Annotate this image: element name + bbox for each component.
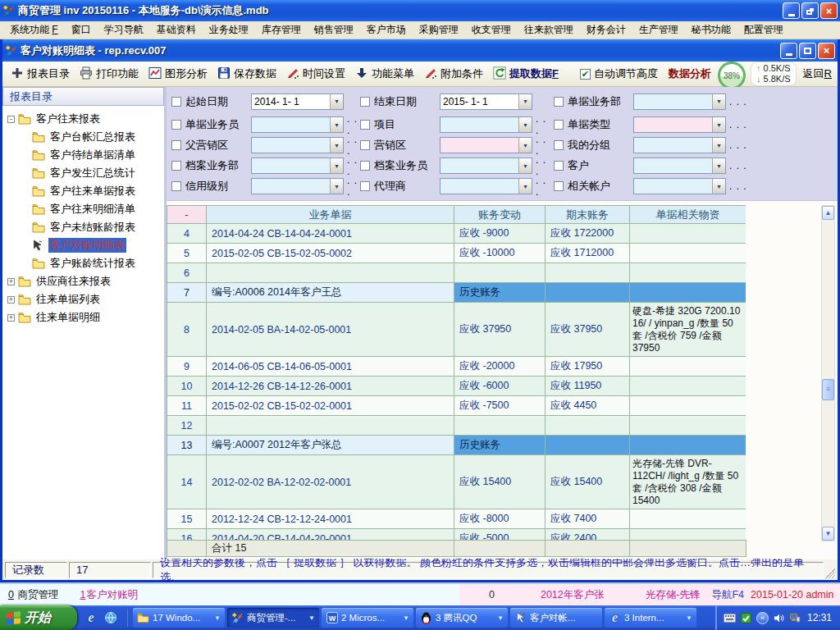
collapse-expander-icon[interactable]: - [7, 116, 15, 123]
combo-dropdown-icon[interactable]: ▼ [712, 117, 725, 132]
filter-combo-value[interactable]: 2015- 1- 1 [441, 94, 518, 109]
task-button-report[interactable]: 客户对帐... [510, 608, 602, 628]
toolbar-button-arrow-down[interactable]: 功能菜单 [351, 64, 418, 84]
filter-checkbox[interactable] [554, 120, 564, 130]
task-button-dropdown-icon[interactable]: ▼ [308, 614, 315, 622]
expand-expander-icon[interactable]: + [7, 314, 15, 322]
tree-item[interactable]: 客户未结账龄报表 [4, 218, 162, 236]
combo-dropdown-icon[interactable]: ▼ [518, 117, 532, 132]
close-button[interactable]: × [820, 2, 838, 19]
filter-combo[interactable]: ▼ [633, 178, 726, 194]
filter-combo-value[interactable] [252, 179, 330, 194]
filter-combo[interactable]: 2014- 1- 1▼ [251, 94, 344, 110]
menu-item[interactable]: 收支管理 [465, 21, 518, 39]
toolbar-button-chart[interactable]: 图形分析 [144, 64, 212, 84]
filter-combo[interactable]: ▼ [251, 178, 344, 194]
filter-combo[interactable]: ▼ [440, 116, 532, 133]
combo-dropdown-icon[interactable]: ▼ [330, 179, 343, 194]
table-section-row[interactable]: 13编号:A0007 2012年客户张总历史账务 [167, 436, 746, 455]
open-window-link[interactable]: 1客户对账明 [80, 588, 137, 602]
scroll-up-arrow[interactable]: ▲ [822, 206, 834, 220]
menu-item[interactable]: 秘书功能 [685, 21, 737, 39]
menu-item[interactable]: 窗口 [65, 21, 98, 39]
menu-item[interactable]: 采购管理 [413, 21, 465, 39]
menu-item[interactable]: 基础资料 [150, 21, 203, 39]
combo-dropdown-icon[interactable]: ▼ [330, 94, 343, 109]
filter-more-button[interactable]: . . . [536, 134, 552, 157]
auto-height-checkbox[interactable]: ✔ [580, 69, 591, 80]
table-row[interactable]: 162014-04-20 CB-14-04-20-0001应收 -5000应收 … [167, 529, 746, 541]
column-header[interactable]: - [167, 206, 207, 224]
task-button-app[interactable]: 商贸管理-...▼ [227, 608, 319, 628]
tree-item[interactable]: 客户账龄统计报表 [4, 254, 162, 272]
table-row[interactable]: 102014-12-26 CB-14-12-26-0001应收 -6000应收 … [167, 377, 746, 396]
tree-item-label[interactable]: 客户往来单据报表 [48, 184, 137, 199]
menu-item[interactable]: 生产管理 [632, 21, 685, 39]
filter-combo[interactable]: 2015- 1- 1▼ [440, 94, 532, 110]
filter-more-button[interactable]: . . . [536, 113, 552, 136]
scroll-track[interactable] [822, 220, 834, 527]
filter-more-button[interactable]: . . . [347, 154, 358, 177]
table-row[interactable]: 52015-02-05 CB-15-02-05-0002应收 -10000应收 … [167, 244, 746, 263]
filter-checkbox[interactable] [360, 140, 370, 150]
resize-grip[interactable] [825, 568, 835, 578]
filter-combo-value[interactable] [634, 179, 712, 194]
tree-item[interactable]: 客户往来单据报表 [4, 182, 162, 200]
filter-checkbox[interactable] [171, 140, 181, 150]
filter-checkbox[interactable] [171, 181, 181, 191]
table-row[interactable]: 42014-04-24 CB-14-04-24-0001应收 -9000应收 1… [167, 224, 746, 244]
tree-item[interactable]: 客户待结单据清单 [4, 146, 162, 164]
tree-item-label[interactable]: 客户待结单据清单 [48, 148, 137, 162]
minimize-button[interactable] [783, 2, 800, 19]
task-button-dropdown-icon[interactable]: ▼ [403, 614, 409, 622]
filter-more-button[interactable]: . . . [347, 113, 358, 136]
quick-launch-browser-icon[interactable] [103, 610, 118, 625]
menu-item[interactable]: 销售管理 [308, 21, 360, 39]
filter-checkbox[interactable] [171, 120, 181, 130]
table-row[interactable]: 6 [167, 263, 746, 283]
filter-checkbox[interactable] [360, 161, 370, 171]
combo-dropdown-icon[interactable]: ▼ [518, 138, 532, 153]
task-button-dropdown-icon[interactable]: ▼ [686, 614, 692, 622]
filter-checkbox[interactable] [360, 120, 370, 130]
combo-dropdown-icon[interactable]: ▼ [712, 138, 725, 153]
filter-more-button[interactable]: . . . [729, 160, 747, 171]
task-button-dropdown-icon[interactable]: ▼ [497, 614, 504, 622]
filter-combo-value[interactable] [441, 117, 518, 132]
column-header[interactable]: 账务变动 [454, 206, 546, 224]
task-button-ie[interactable]: e3 Intern...▼ [605, 608, 696, 628]
expand-expander-icon[interactable]: + [7, 296, 15, 304]
filter-combo[interactable]: ▼ [633, 94, 726, 110]
tree-item[interactable]: 客户台帐汇总报表 [4, 128, 162, 146]
filter-combo[interactable]: ▼ [440, 178, 532, 194]
menu-item[interactable]: 客户市场 [360, 21, 413, 39]
menu-item[interactable]: 配置管理 [737, 21, 790, 39]
toolbar-button-plus[interactable]: 报表目录 [7, 64, 74, 84]
filter-combo[interactable]: ▼ [633, 137, 726, 153]
filter-combo-value[interactable] [252, 117, 330, 132]
auto-height-toggle[interactable]: ✔ 自动调节高度 [576, 64, 662, 84]
child-minimize-button[interactable] [780, 43, 797, 59]
combo-dropdown-icon[interactable]: ▼ [518, 179, 532, 194]
filter-more-button[interactable]: . . . [347, 175, 358, 198]
table-row[interactable]: 82014-02-05 BA-14-02-05-0001应收 37950应收 3… [167, 303, 746, 357]
network-tray-icon[interactable] [789, 612, 801, 624]
tree-item-label[interactable]: 客户台帐汇总报表 [48, 130, 137, 144]
vertical-scrollbar[interactable]: ▲ ▼ [821, 205, 835, 541]
filter-checkbox[interactable] [554, 140, 564, 150]
filter-checkbox[interactable] [554, 97, 564, 107]
filter-more-button[interactable]: . . . [729, 139, 747, 151]
tree-item-label[interactable]: 客户往来明细清单 [48, 202, 137, 217]
tree-item[interactable]: +供应商往来报表 [4, 272, 162, 290]
open-window-link[interactable]: 0 商贸管理 [8, 588, 58, 602]
menu-item[interactable]: 学习导航 [98, 21, 150, 39]
filter-combo-value[interactable] [441, 138, 518, 153]
filter-combo[interactable]: ▼ [251, 137, 344, 153]
task-button-folder[interactable]: 17 Windo...▼ [133, 608, 225, 628]
quick-launch-ie-icon[interactable]: e [84, 610, 98, 625]
filter-more-button[interactable]: . . . [729, 96, 747, 107]
tree-item-label[interactable]: 客户账龄统计报表 [48, 256, 137, 271]
toolbar-button-refresh[interactable]: 提取数据F [489, 64, 563, 84]
child-close-button[interactable]: × [818, 43, 835, 59]
filter-checkbox[interactable] [554, 181, 564, 191]
